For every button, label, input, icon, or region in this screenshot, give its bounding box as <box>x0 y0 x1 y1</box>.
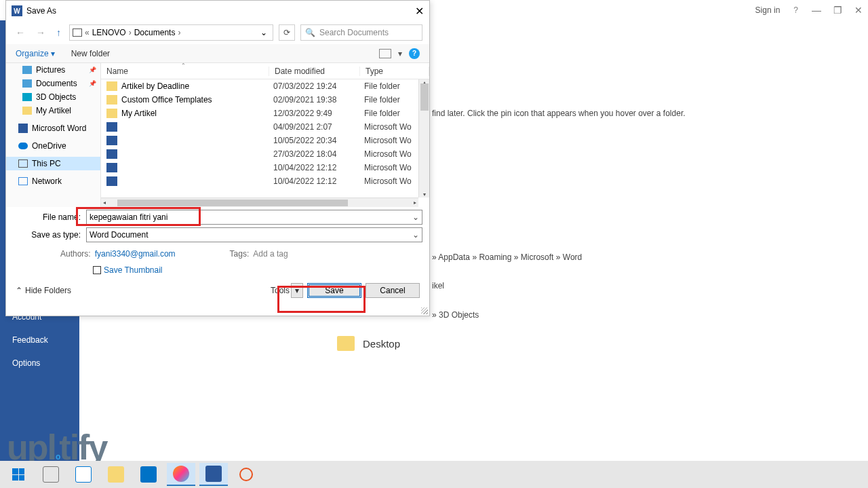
minimize-icon[interactable]: — <box>812 5 821 16</box>
address-breadcrumb[interactable]: « LENOVO › Documents › ⌄ <box>69 24 273 41</box>
taskbar-word[interactable] <box>199 463 228 486</box>
search-box[interactable]: 🔍 Search Documents <box>300 24 422 41</box>
tree-3d[interactable]: 3D Objects <box>36 92 76 102</box>
row-date: 10/04/2022 12:12 <box>273 176 364 186</box>
taskbar[interactable] <box>0 461 868 488</box>
new-folder-button[interactable]: New folder <box>71 49 110 58</box>
mail-icon <box>140 466 157 483</box>
tree-pictures[interactable]: Pictures <box>36 65 65 75</box>
chevron-right-icon[interactable]: › <box>129 28 132 37</box>
tools-dropdown-icon[interactable]: ▾ <box>291 283 303 298</box>
tree-documents[interactable]: Documents <box>36 79 77 88</box>
tags-add[interactable]: Add a tag <box>253 249 288 259</box>
row-type: Microsoft Wo <box>364 176 412 186</box>
table-row[interactable]: 10/04/2022 12:12Microsoft Wo <box>101 161 429 174</box>
horizontal-scrollbar[interactable]: ◂ ▸ <box>101 198 418 207</box>
resize-grip[interactable] <box>421 307 428 314</box>
dialog-close-icon[interactable]: ✕ <box>415 5 424 18</box>
nav-options[interactable]: Options <box>0 352 79 375</box>
sign-in-link[interactable]: Sign in <box>755 5 781 15</box>
close-icon[interactable]: ✕ <box>854 5 863 16</box>
chevron-right-icon[interactable]: › <box>178 28 180 37</box>
nav-back-icon[interactable]: ← <box>13 27 28 38</box>
taskbar-firefox[interactable] <box>167 463 195 486</box>
desktop-label: Desktop <box>363 338 400 350</box>
file-name-combo[interactable]: ⌄ <box>86 210 422 225</box>
folder-icon <box>22 107 32 115</box>
search-placeholder: Search Documents <box>319 28 389 37</box>
row-date: 02/09/2021 19:38 <box>273 95 364 105</box>
table-row[interactable]: Custom Office Templates02/09/2021 19:38F… <box>101 93 429 107</box>
chevron-down-icon[interactable]: ⌄ <box>412 212 419 222</box>
taskbar-ubuntu[interactable] <box>232 463 260 486</box>
file-name-input[interactable] <box>90 212 419 222</box>
scroll-thumb[interactable] <box>420 83 429 111</box>
row-date: 07/03/2022 19:24 <box>273 81 364 91</box>
save-type-combo[interactable]: Word Document ⌄ <box>86 227 422 242</box>
save-thumbnail-checkbox[interactable] <box>93 266 101 274</box>
folder-tree[interactable]: Pictures📌 Documents📌 3D Objects My Artik… <box>6 63 101 207</box>
view-options-icon[interactable] <box>379 49 391 58</box>
row-date: 04/09/2021 2:07 <box>273 122 364 132</box>
address-dropdown-icon[interactable]: ⌄ <box>258 28 270 37</box>
tree-myartikel[interactable]: My Artikel <box>36 106 71 115</box>
row-date: 12/03/2022 9:49 <box>273 109 364 118</box>
cancel-button[interactable]: Cancel <box>366 283 420 298</box>
breadcrumb-seg-2[interactable]: Documents <box>134 28 176 37</box>
table-row[interactable]: 04/09/2021 2:07Microsoft Wo <box>101 120 429 134</box>
desktop-location[interactable]: Desktop <box>337 336 400 351</box>
hide-folders-button[interactable]: ⌃ Hide Folders <box>16 286 71 295</box>
hide-folders-label: Hide Folders <box>25 286 71 295</box>
scroll-thumb[interactable] <box>117 200 348 206</box>
nav-up-icon[interactable]: ↑ <box>54 27 64 38</box>
organize-button[interactable]: Organize ▾ <box>16 49 55 58</box>
tools-button[interactable]: Tools ▾ <box>271 283 303 298</box>
nav-feedback[interactable]: Feedback <box>0 329 79 352</box>
table-row[interactable]: 10/04/2022 12:12Microsoft Wo <box>101 174 429 188</box>
help-icon[interactable]: ? <box>409 48 420 59</box>
table-row[interactable]: 10/05/2022 20:34Microsoft Wo <box>101 134 429 147</box>
scroll-left-icon[interactable]: ◂ <box>101 200 108 206</box>
taskbar-mail[interactable] <box>134 463 163 486</box>
start-button[interactable] <box>4 463 33 486</box>
table-row[interactable]: My Artikel12/03/2022 9:49File folder <box>101 107 429 120</box>
tree-network[interactable]: Network <box>32 176 62 186</box>
taskbar-store[interactable] <box>69 463 98 486</box>
help-icon[interactable]: ? <box>793 5 798 15</box>
refresh-icon[interactable]: ⟳ <box>279 24 295 41</box>
save-button[interactable]: Save <box>307 283 361 298</box>
maximize-icon[interactable]: ❐ <box>833 5 842 16</box>
col-type[interactable]: Type <box>360 67 429 76</box>
word-app-icon: W <box>12 5 22 16</box>
word-doc-icon <box>106 163 117 172</box>
table-row[interactable]: Artikel by Deadline07/03/2022 19:24File … <box>101 79 429 93</box>
row-name: Artikel by Deadline <box>121 81 273 91</box>
dialog-titlebar[interactable]: W Save As ✕ <box>6 1 429 21</box>
recent-path-3[interactable]: » 3D Objects <box>432 310 479 320</box>
pin-icon[interactable]: 📌 <box>89 80 96 87</box>
task-view-button[interactable] <box>37 463 65 486</box>
dialog-title: Save As <box>26 6 415 16</box>
save-thumbnail-label[interactable]: Save Thumbnail <box>104 265 163 275</box>
tree-thispc[interactable]: This PC <box>32 159 61 168</box>
authors-value[interactable]: fyani3340@gmail.com <box>95 249 176 259</box>
scroll-down-icon[interactable]: ▾ <box>419 191 429 198</box>
word-icon <box>18 124 28 133</box>
pin-icon[interactable]: 📌 <box>89 67 96 73</box>
breadcrumb-seg-1[interactable]: LENOVO <box>92 28 126 37</box>
tree-onedrive[interactable]: OneDrive <box>32 141 66 151</box>
vertical-scrollbar[interactable]: ▴ ▾ <box>418 79 429 198</box>
task-view-icon <box>43 466 59 483</box>
taskbar-explorer[interactable] <box>102 463 130 486</box>
tree-word[interactable]: Microsoft Word <box>32 124 86 133</box>
col-date[interactable]: Date modified <box>269 67 360 76</box>
chevron-down-icon[interactable]: ▾ <box>398 49 402 58</box>
recent-path-2[interactable]: ikel <box>432 281 444 290</box>
3d-objects-icon <box>22 93 32 101</box>
scroll-right-icon[interactable]: ▸ <box>412 200 418 206</box>
row-type: File folder <box>364 109 400 118</box>
recent-path-1[interactable]: » AppData » Roaming » Microsoft » Word <box>432 252 582 262</box>
chevron-down-icon[interactable]: ⌄ <box>412 230 419 240</box>
table-row[interactable]: 27/03/2022 18:04Microsoft Wo <box>101 147 429 161</box>
nav-forward-icon[interactable]: → <box>33 27 48 38</box>
